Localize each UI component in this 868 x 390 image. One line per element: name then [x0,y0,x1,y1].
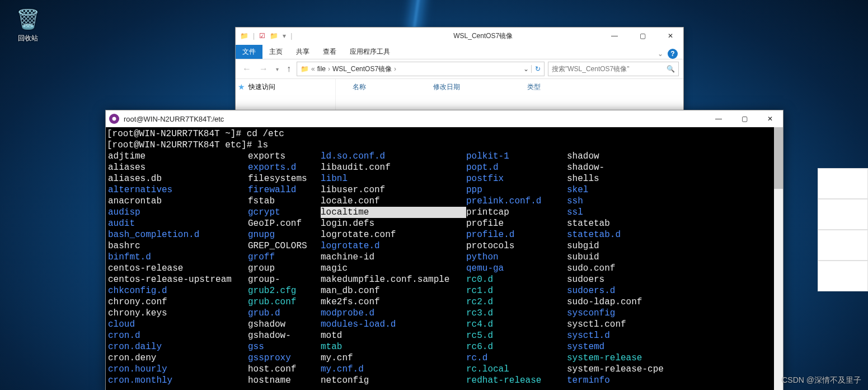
refresh-icon[interactable]: ↻ [531,65,541,73]
qa-dropdown-icon[interactable]: ▾ [283,32,286,40]
terminal-line: chkconfig.dgrub2.cfgman_db.confrc1.dsudo… [107,285,664,296]
ls-entry: makedumpfile.conf.sample [321,274,466,285]
ls-entry: bash_completion.d [108,229,248,240]
ls-entry: chrony.conf [108,296,248,308]
nav-recent-icon[interactable]: ▾ [274,66,281,72]
maximize-button[interactable]: ▢ [731,110,757,127]
ls-entry: rc6.d [466,341,567,352]
task-thumb[interactable] [818,199,868,230]
column-headers: 名称 修改日期 类型 [336,79,683,112]
search-icon[interactable]: 🔍 [667,65,675,73]
ls-entry: grub.conf [248,296,321,308]
tab-home[interactable]: 主页 [262,45,289,59]
ls-entry: shells [567,173,599,184]
ls-entry: shadow [567,151,599,162]
scrollbar[interactable] [774,127,783,390]
ls-entry: host.conf [248,364,321,375]
address-bar[interactable]: 📁 « file › WSL_CentOS7镜像 › ⌄ ↻ [297,62,545,76]
ls-entry: rc4.d [466,319,567,330]
recycle-bin-icon: 🗑️ [15,6,41,32]
task-thumb[interactable] [818,261,868,291]
terminal-line: chrony.keysgrub.dmodprobe.drc3.dsysconfi… [107,308,664,319]
ls-entry: ppp [466,184,567,196]
address-dropdown-icon[interactable]: ⌄ [523,65,529,73]
col-type[interactable]: 类型 [527,82,541,108]
breadcrumb[interactable]: WSL_CentOS7镜像 [332,64,392,74]
terminal-line: adjtimeexportsld.so.conf.dpolkit-1shadow [107,151,664,162]
terminal-titlebar[interactable]: root@WIN-N2URR7TK84T:/etc — ▢ ✕ [106,110,783,127]
close-button[interactable]: ✕ [757,110,783,127]
ls-entry: mke2fs.conf [321,296,466,308]
ribbon-toggle-icon[interactable]: ⌄ [658,50,663,58]
ls-entry: polkit-1 [466,151,567,162]
ls-entry: cloud [108,319,248,330]
ls-entry: subgid [567,240,599,252]
terminal-line: [root@WIN-N2URR7TK84T ~]# cd /etc [107,128,664,140]
ls-entry: adjtime [108,151,248,162]
scrollbar-thumb[interactable] [774,127,783,189]
terminal-body[interactable]: [root@WIN-N2URR7TK84T ~]# cd /etc[root@W… [106,127,783,390]
help-icon[interactable]: ? [668,49,678,59]
taskbar-thumbs-panel [818,168,868,291]
ls-entry: cron.daily [108,341,248,352]
recycle-bin[interactable]: 🗑️ 回收站 [6,6,50,43]
ls-entry: sudoers.d [567,285,615,296]
maximize-button[interactable]: ▢ [630,27,655,44]
search-input[interactable]: 搜索"WSL_CentOS7镜像" 🔍 [548,62,679,76]
ls-entry: bashrc [108,240,248,252]
col-date[interactable]: 修改日期 [433,82,460,108]
explorer-title: WSL_CentOS7镜像 [453,31,513,41]
task-thumb[interactable] [818,168,868,199]
ls-entry: rc5.d [466,330,567,341]
folder-icon: 📁 [240,32,248,40]
ls-entry: GREP_COLORS [248,240,321,252]
nav-up-icon[interactable]: ↑ [284,64,293,74]
ls-entry: ssl [567,207,583,218]
ls-entry: modprobe.d [321,308,466,319]
minimize-button[interactable]: — [602,27,627,44]
terminal-line: cron.denygssproxymy.cnfrc.dsystem-releas… [107,352,664,364]
col-name[interactable]: 名称 [353,82,366,108]
terminal-line: centos-release-upstreamgroup-makedumpfil… [107,274,664,285]
ls-entry: machine-id [321,252,466,263]
tab-view[interactable]: 查看 [316,45,343,59]
tab-share[interactable]: 共享 [289,45,316,59]
ls-entry: exports [248,151,321,162]
nav-back-icon[interactable]: ← [240,64,254,74]
close-button[interactable]: ✕ [658,27,683,44]
ls-entry: subuid [567,252,599,263]
tab-file[interactable]: 文件 [236,45,262,59]
ls-entry: sudo.conf [567,263,615,274]
ls-entry: ssh [567,196,583,207]
terminal-line: cron.monthlyhostnamenetconfigredhat-rele… [107,375,664,386]
nav-pane-quick-access[interactable]: ★ 快速访问 [236,79,336,112]
explorer-window: 📁 | ☑ 📁 ▾ | 管理 WSL_CentOS7镜像 — ▢ ✕ 文件 主页… [235,27,684,112]
ls-entry: gshadow [248,319,321,330]
explorer-titlebar[interactable]: 📁 | ☑ 📁 ▾ | 管理 WSL_CentOS7镜像 — ▢ ✕ [236,27,683,44]
terminal-line: audispgcryptlocaltimeprintcapssl [107,207,664,218]
ls-entry: qemu-ga [466,263,567,274]
terminal-line: auditGeoIP.conflogin.defsprofilestatetab [107,218,664,229]
ls-entry: chrony.keys [108,308,248,319]
qa-check-icon[interactable]: ☑ [259,32,265,40]
ls-entry: mtab [321,341,466,352]
ls-entry: redhat-release [466,375,567,386]
ls-entry: sysconfig [567,308,615,319]
ls-entry: terminfo [567,375,610,386]
ls-entry: gcrypt [248,207,321,218]
nav-forward-icon[interactable]: → [257,64,270,74]
ls-entry: filesystems [248,173,321,184]
minimize-button[interactable]: — [706,110,731,127]
terminal-line: anacrontabfstablocale.confprelink.conf.d… [107,196,664,207]
tab-app-tools[interactable]: 应用程序工具 [343,45,397,59]
ls-entry: sysctl.d [567,330,610,341]
task-thumb[interactable] [818,230,868,261]
ls-entry: centos-release-upstream [108,274,248,285]
breadcrumb[interactable]: file [317,65,326,73]
ls-entry: chkconfig.d [108,285,248,296]
ls-entry: cron.d [108,330,248,341]
terminal-line: cron.dgshadow-motdrc5.dsysctl.d [107,330,664,341]
terminal-app-icon [109,114,119,124]
ls-entry: centos-release [108,263,248,274]
ls-entry: netconfig [321,375,466,386]
